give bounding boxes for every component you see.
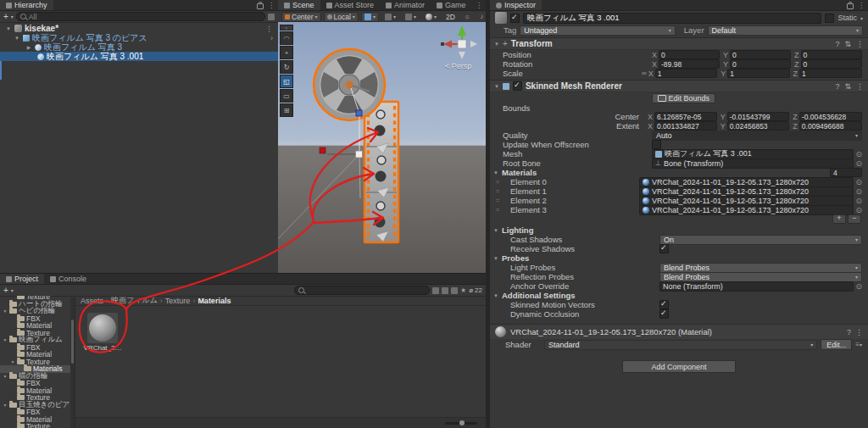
materials-count-field[interactable]: 4 <box>830 168 862 177</box>
tab-project[interactable]: Project <box>0 274 44 284</box>
active-checkbox[interactable] <box>510 14 520 23</box>
breadcrumb-current[interactable]: Materials <box>198 297 231 305</box>
foldout-open-icon[interactable]: ▼ <box>14 36 20 41</box>
menu-dots-icon[interactable]: ⋮ <box>265 25 278 33</box>
material-element-field[interactable]: VRChat_2024-11-01_19-12-05.173_1280x720 <box>639 177 854 187</box>
move-tool-button[interactable]: + <box>280 46 293 59</box>
help-icon[interactable]: ? <box>835 40 839 48</box>
project-search-input[interactable] <box>294 286 430 295</box>
hierarchy-row-selected[interactable]: 映画フィルム 写真 3 .001 <box>0 52 278 61</box>
material-asset[interactable]: VRChat_2… <box>84 313 121 352</box>
thumbnail-size-slider[interactable] <box>445 422 477 425</box>
hand-tool-button[interactable]: ◠ <box>280 31 293 45</box>
rotation-z-field[interactable]: 0 <box>801 59 863 69</box>
foldout-open-icon[interactable]: ▼ <box>3 308 8 314</box>
foldout-open-icon[interactable]: ▼ <box>10 359 15 364</box>
scene-lighting-toggle[interactable]: ☼ <box>461 12 474 22</box>
drag-handle-icon[interactable]: = <box>490 197 502 204</box>
update-offscreen-checkbox[interactable] <box>652 140 661 149</box>
component-enabled-checkbox[interactable] <box>513 81 522 91</box>
menu-dots-icon[interactable]: ⋮ <box>856 82 864 91</box>
hidden-packages-toggle[interactable]: ø 22 <box>469 286 482 294</box>
create-button[interactable]: + <box>3 13 8 21</box>
breadcrumb-folder[interactable]: 映画フィルム <box>111 295 158 306</box>
tab-scene[interactable]: Scene <box>278 0 320 10</box>
measure-button[interactable]: ▾ <box>402 12 420 22</box>
tab-animator[interactable]: Animator <box>380 0 431 10</box>
root-bone-object-field[interactable]: ⊥Bone (Transform) <box>652 158 854 169</box>
asset-grid[interactable]: VRChat_2… <box>75 306 486 417</box>
additional-settings-foldout-label[interactable]: Additional Settings <box>502 291 576 300</box>
object-picker-icon[interactable]: ⊙ <box>855 197 862 205</box>
foldout-open-icon[interactable]: ▼ <box>490 228 502 233</box>
menu-dots-icon[interactable]: ⋮ <box>858 2 865 9</box>
drag-handle-icon[interactable]: = <box>490 187 502 195</box>
object-picker-icon[interactable]: ⊙ <box>855 206 862 214</box>
quality-dropdown[interactable]: Auto▾ <box>652 131 862 141</box>
foldout-open-icon[interactable]: ▼ <box>3 374 8 379</box>
position-x-field[interactable]: 0 <box>659 50 720 59</box>
object-picker-icon[interactable]: ⊙ <box>855 150 862 158</box>
foldout-closed-icon[interactable]: ▶ <box>25 44 32 50</box>
camera-mode-label[interactable]: < Persp <box>445 62 471 70</box>
rect-tool-button[interactable]: ▭ <box>280 89 293 103</box>
create-asset-caret-icon[interactable]: ▾ <box>11 287 14 293</box>
pivot-toggle-button[interactable]: Center ▾ <box>281 12 321 22</box>
material-element-field[interactable]: VRChat_2024-11-01_19-12-05.173_1280x720 <box>639 205 854 215</box>
material-element-field[interactable]: VRChat_2024-11-01_19-12-05.173_1280x720 <box>639 196 854 206</box>
drag-handle-icon[interactable]: = <box>490 178 502 186</box>
edit-shader-button[interactable]: Edit... <box>821 339 852 350</box>
help-icon[interactable]: ? <box>847 328 851 336</box>
presets-icon[interactable]: ⇅ <box>844 82 851 91</box>
object-picker-icon[interactable]: ⊙ <box>855 178 862 186</box>
foldout-open-icon[interactable]: ▼ <box>490 293 502 298</box>
hierarchy-search-input[interactable]: All <box>16 12 265 21</box>
light-probes-dropdown[interactable]: Blend Probes▾ <box>659 263 862 273</box>
grid-snap-button[interactable]: ▾ <box>361 12 379 22</box>
receive-shadows-checkbox[interactable] <box>659 244 669 253</box>
skinned-mesh-renderer-header[interactable]: ▼ Skinned Mesh Renderer ? ⇅ ⋮ <box>490 80 868 92</box>
lighting-foldout-label[interactable]: Lighting <box>502 225 533 235</box>
tab-asset-store[interactable]: Asset Store <box>320 0 381 10</box>
add-component-button[interactable]: Add Component <box>622 360 736 373</box>
breadcrumb-folder[interactable]: Texture <box>165 297 191 305</box>
tab-console[interactable]: Console <box>44 274 92 284</box>
menu-dots-icon[interactable]: ⋮ <box>268 2 275 9</box>
object-picker-icon[interactable]: ⊙ <box>855 282 862 291</box>
center-y-field[interactable]: -0.01543799 <box>727 112 790 121</box>
foldout-open-icon[interactable]: ▼ <box>494 42 499 47</box>
position-y-field[interactable]: 0 <box>730 50 791 59</box>
dynamic-occlusion-checkbox[interactable] <box>659 309 669 319</box>
layer-dropdown[interactable]: Default▾ <box>708 25 863 36</box>
remove-element-button[interactable]: − <box>848 214 861 224</box>
foldout-open-icon[interactable]: ▼ <box>5 26 12 31</box>
tree-scrollbar[interactable] <box>70 296 75 428</box>
edit-bounds-button[interactable]: Edit Bounds <box>652 93 715 103</box>
breadcrumb-root[interactable]: Assets <box>81 297 103 305</box>
scene-viewport[interactable]: ≡ ◠ + ↻ ◱ ▭ ⊞ <box>278 22 486 273</box>
create-caret-icon[interactable]: ▾ <box>11 14 14 19</box>
drag-handle-icon[interactable]: = <box>490 206 502 214</box>
chevron-down-icon[interactable]: ▾ <box>860 342 862 347</box>
probes-foldout-label[interactable]: Probes <box>502 253 529 263</box>
prefab-open-arrow-icon[interactable]: › <box>270 34 278 42</box>
hierarchy-row-prefab-root[interactable]: ▼ 映画フィルム 写真 3 のピアス › <box>0 33 278 42</box>
tag-dropdown[interactable]: Untagged▾ <box>520 25 675 36</box>
foldout-open-icon[interactable]: ▼ <box>3 337 8 342</box>
create-asset-button[interactable]: + <box>3 286 8 295</box>
static-checkbox[interactable] <box>825 14 834 23</box>
foldout-open-icon[interactable]: ▼ <box>490 256 502 261</box>
foldout-open-icon[interactable]: ▼ <box>490 170 502 175</box>
anchor-override-field[interactable]: None (Transform) <box>659 281 854 292</box>
rotate-tool-button[interactable]: ↻ <box>280 60 293 74</box>
space-toggle-button[interactable]: Local ▾ <box>324 12 359 22</box>
scene-visibility-icon[interactable] <box>268 14 275 20</box>
material-element-field[interactable]: VRChat_2024-11-01_19-12-05.173_1280x720 <box>639 186 854 197</box>
help-icon[interactable]: ? <box>835 82 839 91</box>
scale-tool-button[interactable]: ◱ <box>280 75 293 88</box>
transform-component-header[interactable]: ▼ + Transform ? ⇅ ⋮ <box>490 37 868 50</box>
material-header[interactable]: VRChat_2024-11-01_19-12-05.173_1280x720 … <box>490 324 868 339</box>
tool-overlay-grip[interactable]: ≡ <box>280 25 293 31</box>
extent-z-field[interactable]: 0.009496688 <box>799 121 862 131</box>
presets-icon[interactable]: ⇅ <box>844 40 851 48</box>
